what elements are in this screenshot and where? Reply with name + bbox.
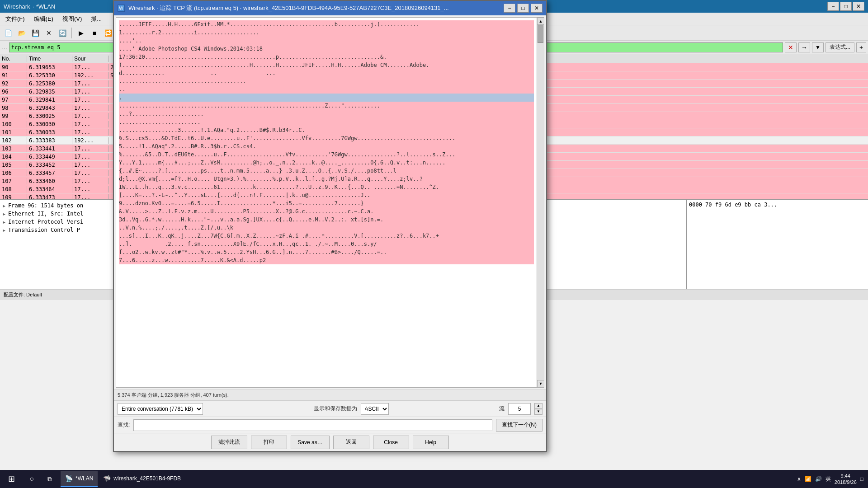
stream-line: 7...6.....z...w..........7.....K.&<A.d..… xyxy=(119,256,534,264)
taskbar: ⊞ ○ ⧉ 📡 *WLAN 🦈 wireshark_42E501B4-9FDB … xyxy=(0,470,868,488)
stream-increment-btn[interactable]: ▲ xyxy=(534,403,542,409)
tray-expand-icon[interactable]: ∧ xyxy=(797,476,801,482)
tool-save[interactable]: 💾 xyxy=(29,27,42,39)
packet-no: 96 xyxy=(0,89,27,95)
filter-plus-btn[interactable]: + xyxy=(856,42,866,52)
scrollbar-down-btn[interactable]: ▼ xyxy=(537,380,544,387)
packet-src: 17... xyxy=(72,89,108,95)
filter-clear-btn[interactable]: ✕ xyxy=(785,42,797,52)
packet-src: 192... xyxy=(72,72,108,79)
scrollbar-up-btn[interactable]: ▲ xyxy=(537,18,544,25)
dialog-content-area: ......JFIF.....H.H.....6Exif..MM.*......… xyxy=(116,17,544,388)
tool-new[interactable]: 📄 xyxy=(2,27,14,39)
taskbar-app-wireshark[interactable]: 🦈 wireshark_42E501B4-9FDB xyxy=(99,471,185,487)
bg-close-btn[interactable]: ✕ xyxy=(853,2,864,11)
stream-number-spinners[interactable]: ▲ ▼ xyxy=(534,403,542,415)
tool-open[interactable]: 📂 xyxy=(15,27,28,39)
taskbar-clock[interactable]: 9:44 2018/9/26 xyxy=(835,473,857,486)
notification-icon[interactable]: □ xyxy=(860,476,863,482)
expand-icon-ethernet: ▶ xyxy=(3,211,8,216)
tool-stop[interactable]: ■ xyxy=(88,27,101,39)
stream-line: &.V.....>...Z..l.E.v.z.m....U.........P5… xyxy=(119,207,534,216)
dialog-status-bar: 5,374 客户端 分组, 1,923 服务器 分组, 407 turn(s). xyxy=(114,389,546,400)
wlan-icon: 📡 xyxy=(65,475,73,482)
stream-line: 3d..Vq..G.*.w......H.k...."~...v..a.a.Sg… xyxy=(119,216,534,224)
stream-number-input[interactable] xyxy=(508,403,531,415)
expression-btn[interactable]: 表达式... xyxy=(826,42,854,52)
filter-stream-btn[interactable]: 滤掉此流 xyxy=(211,436,247,449)
packet-time: 6.333460 xyxy=(27,178,72,184)
stream-line: d;l...@X.vm{....=[?..H.o.... Utgn>3.).%.… xyxy=(119,175,534,183)
packet-time: 6.329843 xyxy=(27,105,72,111)
packet-src: 17... xyxy=(72,121,108,127)
tray-network-icon[interactable]: 📶 xyxy=(805,476,811,482)
stream-scrollbar[interactable]: ▲ ▼ xyxy=(537,18,544,387)
stream-label: 流 xyxy=(499,405,505,413)
find-next-btn[interactable]: 查找下一个(N) xyxy=(496,419,542,432)
packet-src: 17... xyxy=(72,154,108,160)
back-btn[interactable]: 返回 xyxy=(333,436,369,449)
expand-icon-tcp: ▶ xyxy=(3,228,8,233)
stream-line: ...s]...I...K..qK..j....Z...7W{C.G[.m..X… xyxy=(119,232,534,240)
clock-time: 9:44 xyxy=(841,473,850,479)
bg-maximize-btn[interactable]: □ xyxy=(840,2,852,11)
packet-time: 6.325330 xyxy=(27,72,72,79)
col-header-src: Sour xyxy=(72,56,108,62)
packet-time: 6.333464 xyxy=(27,186,72,192)
tray-volume-icon[interactable]: 🔊 xyxy=(815,476,822,482)
encoding-dropdown[interactable]: ASCII xyxy=(361,403,389,415)
toolbar-separator xyxy=(71,28,72,38)
filter-apply-btn[interactable]: → xyxy=(798,42,810,52)
packet-no: 91 xyxy=(0,72,27,79)
stream-line: ..V.n.%....;./....,.t....Z.[/,u..\k xyxy=(119,224,534,232)
stream-line: [....K=...?.-L~..^..Y....sL...{....d{...… xyxy=(119,191,534,199)
packet-no: 107 xyxy=(0,178,27,184)
bg-minimize-btn[interactable]: − xyxy=(827,2,839,11)
packet-no: 105 xyxy=(0,162,27,168)
close-btn[interactable]: Close xyxy=(373,436,409,449)
stream-line: %.S...cs5....&D.TdE..t6..U.e........u..F… xyxy=(119,134,534,142)
start-button[interactable]: ⊞ xyxy=(0,470,23,488)
search-button[interactable]: ○ xyxy=(23,470,41,488)
menu-edit[interactable]: 编辑(E) xyxy=(30,14,57,24)
detail-label-tcp: Transmission Control P xyxy=(8,227,80,233)
hex-row: 0000 70 f9 6d e9 bb ca 3... xyxy=(689,202,777,208)
detail-label-ip: Internet Protocol Versi xyxy=(8,219,83,225)
stream-line: ........................................… xyxy=(119,102,534,110)
filter-dropdown-btn[interactable]: ▼ xyxy=(812,42,824,52)
expand-icon-ip: ▶ xyxy=(3,220,8,225)
conversation-dropdown[interactable]: Entire conversation (7781 kB) xyxy=(118,403,203,415)
packet-no: 102 xyxy=(0,137,27,144)
tcp-stream-dialog: W Wireshark · 追踪 TCP 流 (tcp.stream eq 5)… xyxy=(113,0,547,452)
save-as-btn[interactable]: Save as… xyxy=(291,436,329,449)
taskbar-app-wlan[interactable]: 📡 *WLAN xyxy=(61,471,98,487)
packet-time: 6.325380 xyxy=(27,80,72,87)
dialog-close-btn[interactable]: ✕ xyxy=(531,4,542,13)
tool-start[interactable]: ▶ xyxy=(75,27,87,39)
col-header-no: No. xyxy=(0,56,27,62)
scrollbar-thumb[interactable] xyxy=(538,25,543,43)
find-input[interactable] xyxy=(133,419,492,431)
stream-text-area[interactable]: ......JFIF.....H.H.....6Exif..MM.*......… xyxy=(116,18,537,387)
dialog-maximize-btn[interactable]: □ xyxy=(517,4,529,13)
menu-view[interactable]: 视图(V) xyxy=(59,14,85,24)
dialog-search-row: 查找: 查找下一个(N) xyxy=(114,417,546,433)
col-header-time: Time xyxy=(27,56,72,62)
expand-icon-frame: ▶ xyxy=(3,203,8,208)
tool-reload[interactable]: 🔄 xyxy=(56,27,69,39)
menu-other[interactable]: 抓... xyxy=(87,14,105,24)
menu-file[interactable]: 文件(F) xyxy=(2,14,28,24)
dialog-minimize-btn[interactable]: − xyxy=(504,4,515,13)
print-btn[interactable]: 打印 xyxy=(251,436,287,449)
taskview-button[interactable]: ⧉ xyxy=(41,470,59,488)
filter-label: … xyxy=(2,44,7,51)
help-btn[interactable]: Help xyxy=(413,436,449,449)
packet-time: 6.329841 xyxy=(27,97,72,103)
tool-restart[interactable]: 🔁 xyxy=(102,27,114,39)
taskbar-wireshark-label: wireshark_42E501B4-9FDB xyxy=(113,475,181,482)
stream-decrement-btn[interactable]: ▼ xyxy=(534,409,542,415)
tray-ime-icon[interactable]: 英 xyxy=(826,475,831,483)
tool-close[interactable]: ✕ xyxy=(42,27,55,39)
packet-no: 97 xyxy=(0,97,27,103)
bg-title-full: · *WLAN xyxy=(33,3,56,10)
